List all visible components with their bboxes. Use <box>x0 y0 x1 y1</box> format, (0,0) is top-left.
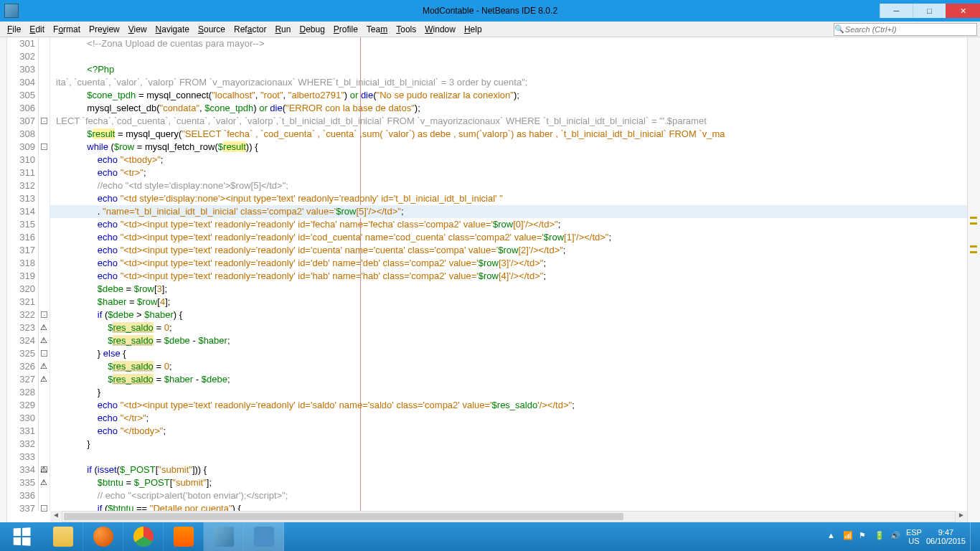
fold-toggle-icon[interactable]: - <box>41 143 47 150</box>
line-number: 320 <box>7 283 35 296</box>
code-line[interactable]: ita`, `cuenta`, `valor`, `valorp` FROM `… <box>50 76 967 89</box>
volume-icon[interactable]: 🔊 <box>890 531 902 542</box>
warning-icon: ⚠ <box>39 478 48 486</box>
menu-item[interactable]: Help <box>460 23 486 36</box>
menu-item[interactable]: Navigate <box>151 23 194 36</box>
chrome-icon <box>133 527 154 547</box>
code-line[interactable]: // echo "<script>alert('boton enviar');<… <box>50 489 967 502</box>
line-number: 328 <box>7 386 35 399</box>
code-line[interactable]: <?Php <box>50 63 967 76</box>
tray-clock[interactable]: 9:47 06/10/2015 <box>926 528 966 545</box>
start-button[interactable] <box>0 522 43 551</box>
code-line[interactable]: $res_saldo = $haber - $debe; <box>50 373 967 386</box>
taskbar-netbeans[interactable] <box>204 522 244 551</box>
taskbar-explorer[interactable] <box>43 522 83 551</box>
fold-toggle-icon[interactable]: - <box>41 505 47 512</box>
quick-search[interactable]: 🔍 <box>834 23 977 36</box>
menu-item[interactable]: Profile <box>329 23 362 36</box>
menu-bar: FileEditFormatPreviewViewNavigateSourceR… <box>0 22 980 37</box>
menu-item[interactable]: Preview <box>85 23 124 36</box>
code-line[interactable]: $res_saldo = $debe - $haber; <box>50 334 967 347</box>
taskbar-app[interactable] <box>244 522 284 551</box>
code-line[interactable]: $res_saldo = 0; <box>50 321 967 334</box>
code-line[interactable]: echo "<td><input type='text' readonly='r… <box>50 257 967 270</box>
menu-item[interactable]: Refactor <box>230 23 270 36</box>
scroll-left-arrow-icon[interactable]: ◄ <box>50 511 62 522</box>
code-line[interactable]: $haber = $row[4]; <box>50 296 967 309</box>
minimize-button[interactable]: ─ <box>880 4 913 18</box>
chevron-up-icon[interactable]: ▲ <box>827 531 839 542</box>
code-line[interactable] <box>50 451 967 463</box>
taskbar-chrome[interactable] <box>123 522 164 551</box>
horizontal-scrollbar[interactable]: ◄ ► <box>50 511 967 522</box>
fold-toggle-icon[interactable]: - <box>41 350 47 357</box>
close-button[interactable]: ✕ <box>946 4 980 18</box>
code-line[interactable]: $result = mysql_query("SELECT `fecha` , … <box>50 128 967 141</box>
code-line[interactable]: } else { <box>50 347 967 360</box>
code-line[interactable]: } <box>50 438 967 451</box>
menu-item[interactable]: Edit <box>25 23 49 36</box>
code-line[interactable]: if ($debe > $haber) { <box>50 309 967 321</box>
code-line[interactable]: LECT `fecha`,`cod_cuenta`, `cuenta`, `va… <box>50 115 967 128</box>
code-line[interactable]: $debe = $row[3]; <box>50 283 967 296</box>
code-line[interactable]: echo "</tbody>"; <box>50 425 967 438</box>
menu-item[interactable]: Window <box>420 23 460 36</box>
error-stripe[interactable] <box>967 37 980 522</box>
code-line[interactable]: $res_saldo = 0; <box>50 360 967 373</box>
code-line[interactable]: if (isset($_POST["submit"])) { <box>50 463 967 476</box>
menu-item[interactable]: Tools <box>392 23 420 36</box>
code-line[interactable]: $btntu = $_POST["submit"]; <box>50 476 967 489</box>
app-icon <box>254 527 274 547</box>
flag-icon[interactable]: ⚑ <box>859 531 870 542</box>
tray-lang[interactable]: ESP US <box>906 528 922 545</box>
menu-item[interactable]: Format <box>49 23 85 36</box>
warning-marker[interactable] <box>970 245 977 248</box>
line-number: 306 <box>7 102 35 115</box>
code-line[interactable]: . "name='t_bl_inicial_idt_bl_inicial' cl… <box>50 205 967 218</box>
search-input[interactable] <box>845 25 976 34</box>
code-line[interactable]: echo "<tbody>"; <box>50 154 967 166</box>
code-line[interactable]: mysql_select_db("condata", $cone_tpdh) o… <box>50 102 967 115</box>
warning-marker[interactable] <box>970 222 977 225</box>
code-line[interactable]: echo "<td><input type='text' readonly='r… <box>50 231 967 244</box>
menu-item[interactable]: View <box>124 23 151 36</box>
battery-icon[interactable]: 🔋 <box>875 531 886 542</box>
code-line[interactable]: $cone_tpdh = mysql_connect("localhost", … <box>50 89 967 102</box>
menu-item[interactable]: Source <box>194 23 230 36</box>
code-line[interactable]: echo "</tr>"; <box>50 412 967 425</box>
scroll-track[interactable] <box>62 511 956 522</box>
code-line[interactable]: echo "<td style='display:none'><input ty… <box>50 192 967 205</box>
menu-item[interactable]: File <box>3 23 25 36</box>
show-desktop-button[interactable] <box>970 522 976 551</box>
left-sidebar-handle[interactable] <box>0 37 7 522</box>
menu-item[interactable]: Team <box>362 23 392 36</box>
menu-item[interactable]: Debug <box>295 23 329 36</box>
code-line[interactable]: echo "<td><input type='text' readonly='r… <box>50 218 967 231</box>
code-content[interactable]: <!--Zona Upload de cuentas para mayor-->… <box>50 37 967 511</box>
network-icon[interactable]: 📶 <box>843 531 854 542</box>
warning-icon: ⚠ <box>39 465 48 474</box>
netbeans-icon <box>214 527 234 547</box>
warning-marker[interactable] <box>970 251 977 253</box>
taskbar-firefox[interactable] <box>83 522 123 551</box>
code-editor[interactable]: 3013023033043053063073083093103113123133… <box>7 37 967 522</box>
maximize-button[interactable]: □ <box>913 4 946 18</box>
code-line[interactable]: //echo "<td style='display:none'>$row[5]… <box>50 179 967 192</box>
scroll-right-arrow-icon[interactable]: ► <box>956 511 967 522</box>
code-line[interactable]: echo "<td><input type='text' readonly='r… <box>50 244 967 257</box>
tray-lang-label: ESP <box>906 528 922 537</box>
menu-item[interactable]: Run <box>270 23 295 36</box>
fold-toggle-icon[interactable]: - <box>41 118 47 124</box>
code-line[interactable] <box>50 50 967 63</box>
warning-marker[interactable] <box>970 217 977 219</box>
code-line[interactable]: if ($btntu == "Detalle por cuenta") { <box>50 502 967 511</box>
taskbar-mediaplayer[interactable] <box>164 522 204 551</box>
code-line[interactable]: } <box>50 386 967 399</box>
code-line[interactable]: echo "<td><input type='text' readonly='r… <box>50 399 967 412</box>
code-line[interactable]: echo "<td><input type='text' readonly='r… <box>50 270 967 283</box>
code-line[interactable]: <!--Zona Upload de cuentas para mayor--> <box>50 37 967 50</box>
code-line[interactable]: echo "<tr>"; <box>50 166 967 179</box>
scroll-thumb[interactable] <box>64 513 623 520</box>
fold-toggle-icon[interactable]: - <box>41 311 47 318</box>
code-line[interactable]: while ($row = mysql_fetch_row($result)) … <box>50 141 967 154</box>
